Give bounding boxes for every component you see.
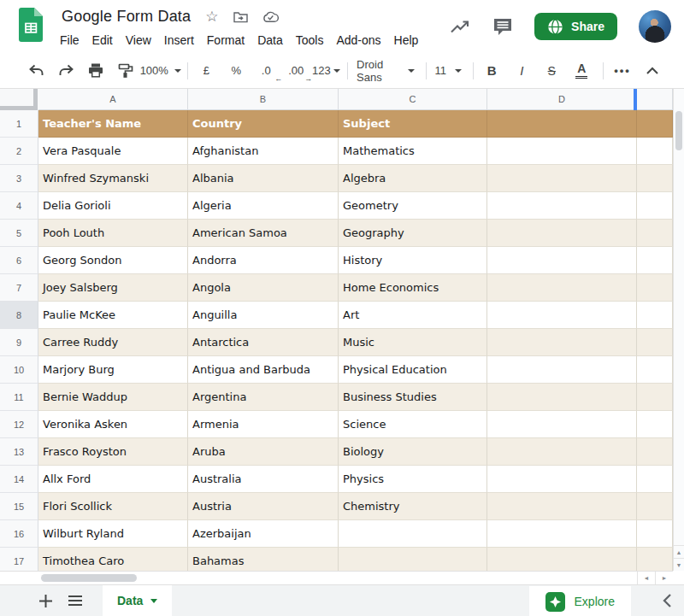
cell-B9[interactable]: Antarctica (188, 329, 339, 356)
star-icon[interactable]: ☆ (205, 9, 218, 24)
cell-A14[interactable]: Allx Ford (38, 466, 188, 493)
column-header-B[interactable]: B (188, 89, 339, 110)
sheets-logo-icon[interactable] (19, 8, 43, 42)
cell-C9[interactable]: Music (339, 329, 487, 356)
cell-D15[interactable] (487, 493, 637, 520)
cell-A10[interactable]: Marjory Burg (38, 356, 188, 384)
cell-E1-partial[interactable] (637, 110, 673, 138)
menu-view[interactable]: View (126, 33, 151, 47)
cell-C4[interactable]: Geometry (339, 192, 487, 220)
move-to-folder-icon[interactable] (233, 11, 248, 23)
horizontal-scrollbar-thumb[interactable] (41, 574, 137, 582)
cell-D11[interactable] (487, 384, 637, 411)
cell-A16[interactable]: Wilburt Ryland (38, 520, 188, 548)
chevron-down-icon[interactable] (150, 599, 157, 603)
cell-A6[interactable]: Georg Sondon (38, 247, 188, 274)
cell-C12[interactable]: Science (339, 411, 487, 438)
cell-D5[interactable] (487, 220, 637, 247)
cell-E11-partial[interactable] (637, 384, 673, 411)
cell-C5[interactable]: Geography (339, 220, 487, 247)
cell-D3[interactable] (487, 165, 637, 192)
row-header-13[interactable]: 13 (0, 438, 38, 466)
cell-A7[interactable]: Joey Salsberg (38, 274, 188, 302)
decrease-decimals-button[interactable]: .0← (256, 60, 276, 82)
cell-A8[interactable]: Paulie McKee (38, 302, 188, 329)
cell-D6[interactable] (487, 247, 637, 274)
cell-B12[interactable]: Armenia (188, 411, 339, 438)
scroll-left-arrow[interactable]: ◄ (637, 572, 655, 584)
cell-D7[interactable] (487, 274, 637, 302)
cell-B1[interactable]: Country (188, 110, 339, 138)
menu-add-ons[interactable]: Add-ons (336, 33, 380, 47)
scroll-down-arrow[interactable]: ▼ (674, 558, 684, 571)
collapse-menus-button[interactable] (642, 60, 663, 82)
row-header-5[interactable]: 5 (0, 220, 38, 247)
row-header-12[interactable]: 12 (0, 411, 38, 438)
number-format-button[interactable]: 123 (315, 60, 336, 82)
zoom-select[interactable]: 100% (145, 60, 176, 82)
font-size-select[interactable]: 11 (435, 60, 462, 82)
cell-A11[interactable]: Bernie Waddup (38, 384, 188, 411)
print-button[interactable] (86, 60, 106, 82)
cell-C2[interactable]: Mathematics (339, 138, 487, 165)
explore-button[interactable]: Explore (529, 586, 631, 616)
format-percent-button[interactable]: % (226, 60, 246, 82)
cell-D1[interactable] (487, 110, 637, 138)
menu-file[interactable]: File (60, 33, 80, 47)
vertical-scrollbar-thumb[interactable] (675, 111, 682, 150)
cell-B15[interactable]: Austria (188, 493, 339, 520)
cell-C1[interactable]: Subject (339, 110, 487, 138)
share-button[interactable]: Share (534, 13, 617, 40)
cell-C6[interactable]: History (339, 247, 487, 274)
menu-insert[interactable]: Insert (164, 33, 194, 47)
sheet-tab-data[interactable]: Data (103, 585, 172, 616)
cell-E17-partial[interactable] (637, 548, 673, 571)
cell-A12[interactable]: Veronika Asken (38, 411, 188, 438)
user-avatar[interactable] (639, 10, 671, 43)
redo-button[interactable] (56, 60, 76, 82)
row-header-14[interactable]: 14 (0, 466, 38, 493)
cell-B7[interactable]: Angola (188, 274, 339, 302)
row-header-4[interactable]: 4 (0, 192, 38, 220)
menu-tools[interactable]: Tools (296, 33, 324, 47)
cell-D2[interactable] (487, 138, 637, 165)
row-header-3[interactable]: 3 (0, 165, 38, 192)
row-header-1[interactable]: 1 (0, 110, 38, 138)
cell-E9-partial[interactable] (637, 329, 673, 356)
row-header-8[interactable]: 8 (0, 302, 38, 329)
italic-button[interactable]: I (511, 60, 532, 82)
cell-B3[interactable]: Albania (188, 165, 339, 192)
cell-D10[interactable] (487, 356, 637, 384)
column-header-partial[interactable] (637, 89, 673, 110)
menu-help[interactable]: Help (394, 33, 419, 47)
cell-D12[interactable] (487, 411, 637, 438)
cell-C8[interactable]: Art (339, 302, 487, 329)
cloud-saved-icon[interactable] (262, 11, 279, 23)
menu-data[interactable]: Data (257, 33, 283, 47)
cell-C14[interactable]: Physics (339, 466, 487, 493)
cell-A9[interactable]: Carree Ruddy (38, 329, 188, 356)
cell-C17[interactable] (339, 548, 487, 571)
cell-B11[interactable]: Argentina (188, 384, 339, 411)
cell-B14[interactable]: Australia (188, 466, 339, 493)
cell-B5[interactable]: American Samoa (188, 220, 339, 247)
font-select[interactable]: Droid Sans (357, 60, 415, 82)
cell-D16[interactable] (487, 520, 637, 548)
cell-E2-partial[interactable] (637, 138, 673, 165)
cell-D17[interactable] (487, 548, 637, 571)
more-toolbar-button[interactable]: ••• (612, 60, 633, 82)
cell-D13[interactable] (487, 438, 637, 466)
comment-icon[interactable] (492, 18, 513, 35)
row-header-9[interactable]: 9 (0, 329, 38, 356)
cell-A15[interactable]: Flori Scollick (38, 493, 188, 520)
cell-B16[interactable]: Azerbaijan (188, 520, 339, 548)
menu-edit[interactable]: Edit (92, 33, 113, 47)
all-sheets-menu-button[interactable] (68, 595, 83, 607)
bold-button[interactable]: B (481, 60, 502, 82)
cell-A13[interactable]: Frasco Royston (38, 438, 188, 466)
cell-E7-partial[interactable] (637, 274, 673, 302)
menu-format[interactable]: Format (207, 33, 245, 47)
cell-C3[interactable]: Algebra (339, 165, 487, 192)
scroll-right-arrow[interactable]: ► (655, 572, 673, 584)
cell-D9[interactable] (487, 329, 637, 356)
